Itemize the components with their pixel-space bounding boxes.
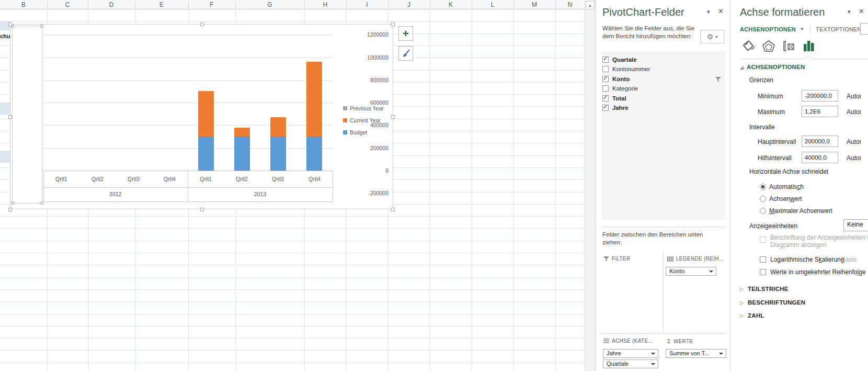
minimum-input[interactable] (802, 90, 838, 102)
minimum-auto-button[interactable]: Automatisch (847, 93, 861, 100)
scroll-up-button[interactable]: ▲ (586, 1, 595, 9)
column-header[interactable]: K (430, 0, 472, 9)
values-field-summe[interactable]: Summe von T... (666, 349, 726, 358)
hauptintervall-input[interactable] (802, 136, 838, 147)
chart-resize-handle[interactable] (200, 208, 204, 211)
radio-maximaler-achsenwert-label[interactable]: Maximaler Achsenwert (769, 207, 832, 215)
hilfsintervall-input[interactable] (802, 152, 838, 163)
chart-styles-button[interactable] (398, 46, 413, 61)
expand-icon[interactable]: ▷ (740, 286, 744, 292)
dropdown-arrow-icon[interactable] (709, 271, 713, 273)
chart-resize-handle[interactable] (391, 23, 395, 26)
column-header[interactable]: C (47, 0, 88, 9)
bar-segment-budget[interactable] (234, 137, 250, 171)
column-header[interactable]: H (304, 0, 346, 9)
umgekehrt-checkbox[interactable] (760, 269, 766, 275)
logarithmisch-label[interactable]: Logarithmische Skalierung (770, 256, 844, 263)
anzeigeeinheiten-dropdown[interactable]: Keine (843, 219, 868, 231)
size-properties-icon[interactable] (782, 40, 795, 54)
radio-achsenwert-label[interactable]: Achsenwert (769, 195, 802, 203)
radio-automatisch-label[interactable]: Automatisch (769, 183, 804, 190)
chart-legend[interactable]: Previous Year Current Year Budget (343, 102, 384, 138)
bar-segment-budget[interactable] (306, 137, 322, 171)
expand-icon[interactable]: ▷ (740, 313, 744, 319)
chart-resize-handle[interactable] (391, 115, 395, 119)
bar-segment-budget[interactable] (198, 137, 214, 171)
chart-resize-handle[interactable] (8, 23, 12, 26)
bar-segment-current-year[interactable] (198, 91, 214, 137)
maximum-auto-button[interactable]: Automatisch (847, 108, 861, 116)
chart-resize-handle[interactable] (8, 208, 12, 211)
zahl-header[interactable]: ZAHL (748, 312, 764, 319)
checkbox-checked-icon[interactable] (602, 57, 609, 63)
bar-segment-current-year[interactable] (234, 128, 250, 137)
pane-close-icon[interactable]: ✕ (859, 7, 864, 15)
column-header[interactable]: D (88, 0, 135, 9)
field-row-konto[interactable]: Konto (602, 74, 630, 84)
pivot-chart[interactable]: 120000010000008000006000004000002000000-… (10, 24, 393, 209)
tab-overflow-button[interactable] (860, 23, 868, 35)
achsenoptionen-header[interactable]: ACHSENOPTIONEN (747, 64, 805, 70)
axis-field-jahre[interactable]: Jahre (603, 349, 658, 358)
teilstriche-header[interactable]: TEILSTRICHE (748, 286, 789, 292)
pane-collapse-icon[interactable]: ▾ (707, 8, 710, 15)
column-header[interactable]: E (135, 0, 188, 9)
legend-entry[interactable]: Budget (343, 126, 384, 138)
radio-maximaler-achsenwert[interactable] (760, 208, 766, 214)
field-row-total[interactable]: Total (602, 94, 626, 103)
tab-textoptionen[interactable]: TEXTOPTIONEN (816, 26, 862, 32)
chart-resize-handle[interactable] (200, 23, 204, 26)
column-header[interactable]: L (472, 0, 513, 9)
value-axis-selection[interactable] (12, 26, 42, 204)
column-header-row[interactable]: B C D E F G H I J K L M N (0, 0, 585, 9)
field-row-kategorie[interactable]: Kategorie (602, 84, 638, 93)
column-header[interactable]: J (388, 0, 430, 9)
logarithmisch-checkbox[interactable] (760, 256, 766, 263)
legend-field-konto[interactable]: Konto (666, 267, 716, 276)
vertical-scrollbar[interactable]: ▲ (585, 0, 595, 371)
hauptintervall-auto-button[interactable]: Automatisch (847, 138, 861, 145)
dropdown-arrow-icon[interactable] (651, 363, 655, 365)
column-header[interactable]: M (513, 0, 555, 9)
tab-chevron-icon[interactable]: ▼ (800, 27, 804, 31)
field-row-jahre[interactable]: Jahre (602, 103, 629, 113)
filter-applied-icon[interactable] (715, 75, 721, 84)
pane-close-icon[interactable]: ✕ (718, 7, 724, 15)
legend-entry[interactable]: Current Year (343, 114, 384, 126)
field-row-quartale[interactable]: Quartale (602, 55, 637, 64)
effects-icon[interactable] (762, 40, 775, 54)
hilfsintervall-auto-button[interactable]: Automatisch (847, 154, 861, 162)
dropdown-arrow-icon[interactable] (651, 353, 655, 355)
checkbox-unchecked-icon[interactable] (602, 85, 609, 92)
column-header[interactable]: B (0, 0, 47, 9)
checkbox-checked-icon[interactable] (602, 95, 609, 102)
umgekehrt-label[interactable]: Werte in umgekehrter Reihenfolge (770, 268, 866, 276)
fill-line-icon[interactable] (743, 40, 757, 54)
maximum-input[interactable] (802, 106, 838, 117)
chart-resize-handle[interactable] (8, 115, 12, 119)
bar-segment-budget[interactable] (270, 137, 286, 171)
pane-collapse-icon[interactable]: ▾ (848, 8, 851, 15)
tab-achsenoptionen[interactable]: ACHSENOPTIONEN (740, 26, 796, 32)
chart-resize-handle[interactable] (391, 208, 395, 211)
section-open-icon[interactable]: ◢ (740, 65, 744, 70)
checkbox-unchecked-icon[interactable] (602, 66, 609, 72)
beschriftungen-header[interactable]: BESCHRIFTUNGEN (748, 299, 805, 306)
column-header[interactable]: G (235, 0, 304, 9)
radio-achsenwert[interactable] (760, 196, 766, 202)
column-header[interactable]: I (346, 0, 388, 9)
axis-field-quartale[interactable]: Quartale (603, 359, 658, 368)
expand-icon[interactable]: ▷ (740, 300, 744, 306)
legend-entry[interactable]: Previous Year (343, 102, 384, 114)
radio-automatisch[interactable] (760, 184, 766, 190)
bar-segment-current-year[interactable] (306, 62, 322, 137)
column-header[interactable]: F (188, 0, 235, 9)
dropdown-arrow-icon[interactable] (719, 353, 723, 355)
tools-button[interactable]: ⚙ ▾ (700, 30, 724, 43)
bar-segment-current-year[interactable] (270, 117, 286, 137)
field-row-kontonummer[interactable]: Kontonummer (602, 64, 650, 74)
checkbox-checked-icon[interactable] (602, 105, 609, 111)
chart-elements-button[interactable]: + (398, 26, 413, 41)
checkbox-checked-icon[interactable] (602, 76, 609, 82)
axis-options-icon[interactable] (803, 40, 815, 54)
